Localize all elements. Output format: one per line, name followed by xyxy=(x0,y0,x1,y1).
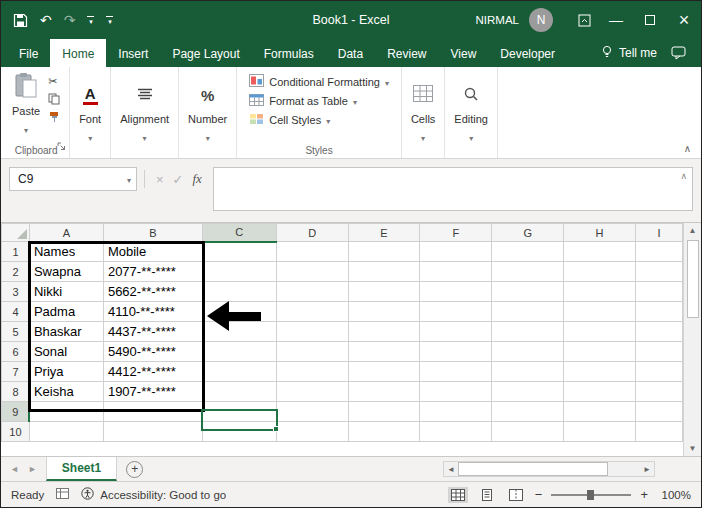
col-header-H[interactable]: H xyxy=(564,224,636,242)
cell-G7[interactable] xyxy=(492,362,564,382)
insert-function-icon[interactable]: fx xyxy=(193,171,202,187)
col-header-C[interactable]: C xyxy=(202,224,276,242)
cell-I1[interactable] xyxy=(636,242,683,262)
cell-B1[interactable]: Mobile xyxy=(103,242,202,262)
formula-input[interactable]: ∧ xyxy=(213,167,693,211)
row-header-7[interactable]: 7 xyxy=(2,362,30,382)
cell-C10[interactable] xyxy=(202,422,276,442)
clipboard-dialog-launcher-icon[interactable] xyxy=(57,137,66,155)
scroll-right-icon[interactable]: ► xyxy=(640,462,654,476)
paste-button[interactable]: Paste xyxy=(12,72,40,137)
next-sheet-icon[interactable]: ► xyxy=(28,464,37,474)
cell-G2[interactable] xyxy=(492,262,564,282)
cell-C7[interactable] xyxy=(202,362,276,382)
row-header-2[interactable]: 2 xyxy=(2,262,30,282)
zoom-level[interactable]: 100% xyxy=(657,489,691,501)
cell-H3[interactable] xyxy=(564,282,636,302)
cell-I8[interactable] xyxy=(636,382,683,402)
cell-B8[interactable]: 1907-**-**** xyxy=(103,382,202,402)
cell-C6[interactable] xyxy=(202,342,276,362)
cell-A8[interactable]: Keisha xyxy=(29,382,103,402)
cancel-icon[interactable]: × xyxy=(156,173,164,186)
cell-E10[interactable] xyxy=(348,422,420,442)
expand-formula-bar-icon[interactable]: ∧ xyxy=(680,171,687,181)
cell-F9[interactable] xyxy=(420,402,492,422)
cell-G5[interactable] xyxy=(492,322,564,342)
cell-C9[interactable] xyxy=(202,402,276,422)
new-sheet-button[interactable]: + xyxy=(126,461,143,478)
fill-handle[interactable] xyxy=(273,426,279,432)
col-header-G[interactable]: G xyxy=(492,224,564,242)
ribbon-display-options-icon[interactable] xyxy=(569,1,599,39)
cell-F8[interactable] xyxy=(420,382,492,402)
col-header-I[interactable]: I xyxy=(636,224,683,242)
row-header-1[interactable]: 1 xyxy=(2,242,30,262)
cell-styles-button[interactable]: Cell Styles xyxy=(246,110,392,129)
cell-A1[interactable]: Names xyxy=(29,242,103,262)
horizontal-scrollbar[interactable]: ◄ ► xyxy=(443,461,655,477)
row-header-10[interactable]: 10 xyxy=(2,422,30,442)
tab-file[interactable]: File xyxy=(7,39,50,67)
zoom-in-icon[interactable]: + xyxy=(640,488,648,501)
cell-C8[interactable] xyxy=(202,382,276,402)
cell-B10[interactable] xyxy=(103,422,202,442)
col-header-A[interactable]: A xyxy=(29,224,103,242)
tab-insert[interactable]: Insert xyxy=(106,39,160,67)
tab-developer[interactable]: Developer xyxy=(488,39,567,67)
cell-D6[interactable] xyxy=(276,342,348,362)
row-header-8[interactable]: 8 xyxy=(2,382,30,402)
customize-qat-icon[interactable]: ▾ xyxy=(87,16,94,25)
copy-button[interactable] xyxy=(48,92,60,107)
cell-I4[interactable] xyxy=(636,302,683,322)
cell-E7[interactable] xyxy=(348,362,420,382)
zoom-slider-thumb[interactable] xyxy=(587,490,594,500)
row-header-5[interactable]: 5 xyxy=(2,322,30,342)
cell-C2[interactable] xyxy=(202,262,276,282)
cell-A3[interactable]: Nikki xyxy=(29,282,103,302)
cell-B4[interactable]: 4110-**-**** xyxy=(103,302,202,322)
page-break-view-icon[interactable] xyxy=(506,487,526,503)
save-icon[interactable] xyxy=(13,13,28,28)
cell-F6[interactable] xyxy=(420,342,492,362)
cell-G9[interactable] xyxy=(492,402,564,422)
cell-E8[interactable] xyxy=(348,382,420,402)
cell-E4[interactable] xyxy=(348,302,420,322)
cells-group[interactable]: Cells xyxy=(402,67,445,158)
cell-D7[interactable] xyxy=(276,362,348,382)
scroll-down-icon[interactable]: ▼ xyxy=(684,441,701,456)
cell-F4[interactable] xyxy=(420,302,492,322)
cell-C1[interactable] xyxy=(202,242,276,262)
row-header-3[interactable]: 3 xyxy=(2,282,30,302)
zoom-out-icon[interactable]: − xyxy=(535,488,543,501)
cell-G4[interactable] xyxy=(492,302,564,322)
cell-I3[interactable] xyxy=(636,282,683,302)
cell-B6[interactable]: 5490-**-**** xyxy=(103,342,202,362)
close-button[interactable]: × xyxy=(667,1,701,39)
collapse-ribbon-icon[interactable]: ∧ xyxy=(684,143,691,154)
cell-H1[interactable] xyxy=(564,242,636,262)
zoom-slider[interactable] xyxy=(551,488,631,502)
cell-B2[interactable]: 2077-**-**** xyxy=(103,262,202,282)
cell-G6[interactable] xyxy=(492,342,564,362)
format-as-table-button[interactable]: Format as Table xyxy=(246,91,392,110)
cell-D1[interactable] xyxy=(276,242,348,262)
tab-page-layout[interactable]: Page Layout xyxy=(160,39,251,67)
cell-E5[interactable] xyxy=(348,322,420,342)
avatar[interactable]: N xyxy=(529,8,553,32)
cell-H2[interactable] xyxy=(564,262,636,282)
cell-G1[interactable] xyxy=(492,242,564,262)
cell-A4[interactable]: Padma xyxy=(29,302,103,322)
page-layout-view-icon[interactable] xyxy=(477,487,497,503)
cell-B3[interactable]: 5662-**-**** xyxy=(103,282,202,302)
cell-I5[interactable] xyxy=(636,322,683,342)
cell-H7[interactable] xyxy=(564,362,636,382)
tab-data[interactable]: Data xyxy=(326,39,375,67)
cell-D3[interactable] xyxy=(276,282,348,302)
cell-D8[interactable] xyxy=(276,382,348,402)
col-header-D[interactable]: D xyxy=(276,224,348,242)
cell-C3[interactable] xyxy=(202,282,276,302)
number-group[interactable]: % Number xyxy=(179,67,237,158)
col-header-E[interactable]: E xyxy=(348,224,420,242)
enter-icon[interactable]: ✓ xyxy=(173,173,184,186)
cell-D4[interactable] xyxy=(276,302,348,322)
